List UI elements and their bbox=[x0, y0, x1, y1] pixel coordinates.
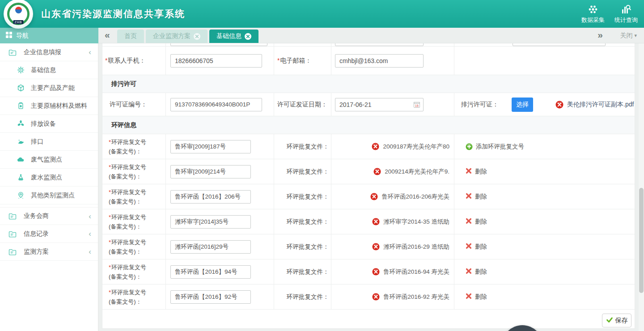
close-menu-button[interactable]: 关闭 ▾ bbox=[620, 28, 637, 43]
stats-query-button[interactable]: 统计查询 bbox=[614, 4, 638, 24]
eia-file-link[interactable]: 潍环审字2014-35 造纸助 bbox=[383, 218, 449, 226]
eia-rows-container: *环评批复文号 (备案文号)： 环评批复文件： 2009187寿光美伦年产80 bbox=[102, 134, 635, 310]
email-input[interactable] bbox=[335, 54, 424, 68]
folder-icon bbox=[8, 212, 17, 221]
sidebar-item-business-consult-group[interactable]: 业务会商 ‹ bbox=[0, 207, 98, 225]
cube-icon bbox=[17, 84, 25, 92]
sidebar-item-waste-water-points[interactable]: 废水监测点 bbox=[0, 169, 98, 187]
sidebar-item-label: 废水监测点 bbox=[31, 174, 62, 182]
eia-file-link[interactable]: 鲁环评函2016-206寿光美 bbox=[381, 193, 449, 201]
check-icon bbox=[606, 316, 613, 325]
remove-file-icon[interactable] bbox=[555, 101, 564, 109]
tab-home[interactable]: 首页 bbox=[117, 30, 144, 43]
license-no-input[interactable] bbox=[170, 98, 262, 111]
remove-file-icon[interactable] bbox=[372, 243, 380, 250]
sidebar-item-other-monitor-points[interactable]: 其他类别监测点 bbox=[0, 187, 98, 204]
calendar-icon[interactable]: 15 bbox=[413, 101, 420, 108]
sidebar-item-label: 主要产品及产能 bbox=[31, 84, 75, 92]
cross-icon bbox=[466, 243, 472, 250]
cutoff-input-2[interactable] bbox=[335, 43, 424, 46]
remove-file-icon[interactable] bbox=[372, 143, 379, 150]
eia-doc-no-input[interactable] bbox=[170, 165, 251, 178]
sidebar-item-outlets[interactable]: 排口 bbox=[0, 133, 98, 151]
scrollbar-thumb[interactable] bbox=[639, 188, 644, 293]
eia-file-link[interactable]: 2009187寿光美伦年产80 bbox=[383, 143, 449, 151]
scroll-tabs-left-button[interactable]: « bbox=[105, 28, 110, 43]
sidebar-item-label: 主要原辅材料及燃料 bbox=[31, 102, 87, 110]
sidebar-item-info-records-group[interactable]: 信息记录 ‹ bbox=[0, 225, 98, 243]
tab-basic-info[interactable]: 基础信息 bbox=[209, 30, 258, 43]
form-footer: 保存 bbox=[102, 310, 635, 329]
sidebar-item-products-capacity[interactable]: 主要产品及产能 bbox=[0, 79, 98, 97]
delete-eia-row-button[interactable]: 删除 bbox=[466, 268, 487, 276]
permit-file-link[interactable]: 美伦排污许可证副本.pdf bbox=[567, 101, 634, 109]
cross-icon bbox=[466, 218, 472, 225]
delete-eia-row-button[interactable]: 删除 bbox=[466, 218, 487, 226]
delete-label: 删除 bbox=[475, 243, 487, 251]
email-label: *电子邮箱： bbox=[274, 57, 311, 65]
sidebar-item-enterprise-info-group[interactable]: 企业信息填报 ‹ bbox=[0, 43, 98, 61]
eia-file-link[interactable]: 鲁环评函2016-94 寿光美 bbox=[383, 268, 449, 276]
gear-icon bbox=[17, 66, 25, 74]
sidebar-item-label: 监测方案 bbox=[24, 248, 49, 256]
eia-doc-no-input[interactable] bbox=[170, 290, 251, 304]
eia-doc-no-input[interactable] bbox=[170, 140, 251, 153]
phone-label: *联系人手机： bbox=[102, 57, 145, 65]
remove-file-icon[interactable] bbox=[370, 193, 378, 200]
close-tab-icon[interactable] bbox=[194, 33, 200, 40]
delete-eia-row-button[interactable]: 删除 bbox=[466, 243, 487, 251]
delete-eia-row-button[interactable]: 删除 bbox=[466, 293, 487, 301]
sidebar-item-waste-gas-points[interactable]: 废气监测点 bbox=[0, 151, 98, 169]
remove-file-icon[interactable] bbox=[372, 268, 380, 276]
sidebar: 企业信息填报 ‹ 基础信息 主要产品及产能 bbox=[0, 43, 98, 331]
sidebar-item-monitor-plan-group[interactable]: 监测方案 ‹ bbox=[0, 243, 98, 261]
cutoff-input-3[interactable] bbox=[513, 43, 606, 46]
save-button[interactable]: 保存 bbox=[602, 314, 631, 327]
eia-doc-no-input[interactable] bbox=[170, 240, 251, 254]
sidebar-header[interactable]: 导航 bbox=[0, 28, 98, 43]
eia-file-label: 环评批复文件： bbox=[274, 268, 329, 276]
eia-row: *环评批复文号 (备案文号)： 环评批复文件： 鲁环评函2016-94 寿光美 bbox=[102, 259, 635, 284]
delete-eia-row-button[interactable]: 删除 bbox=[466, 193, 487, 201]
eia-doc-no-input[interactable] bbox=[170, 190, 251, 204]
eia-row: *环评批复文号 (备案文号)： 环评批复文件： 潍环评函2016-29 造纸助 bbox=[102, 234, 635, 259]
svg-text:15: 15 bbox=[415, 104, 419, 107]
folder-icon bbox=[8, 48, 17, 57]
eia-file-link[interactable]: 鲁环评函2016-92 寿光美 bbox=[383, 293, 449, 301]
sidebar-item-label: 排口 bbox=[31, 138, 43, 146]
remove-file-icon[interactable] bbox=[372, 218, 380, 225]
fuel-canister-icon bbox=[17, 102, 25, 110]
eia-file-label: 环评批复文件： bbox=[274, 168, 329, 176]
delete-eia-row-button[interactable]: 删除 bbox=[466, 168, 487, 176]
vertical-scrollbar[interactable] bbox=[639, 43, 644, 331]
cross-icon bbox=[466, 268, 472, 276]
delete-label: 删除 bbox=[475, 193, 487, 201]
sidebar-item-basic-info[interactable]: 基础信息 bbox=[0, 61, 98, 79]
eia-doc-no-input[interactable] bbox=[170, 265, 251, 279]
eia-doc-no-input[interactable] bbox=[170, 215, 251, 229]
data-collection-button[interactable]: 数据采集 bbox=[581, 4, 605, 24]
remove-file-icon[interactable] bbox=[373, 168, 381, 175]
basic-info-form: *联系人手机： *电子邮箱： 排污许可 许可证编号： bbox=[102, 43, 635, 329]
cutoff-input-1[interactable] bbox=[170, 43, 267, 46]
phone-input[interactable] bbox=[170, 54, 262, 68]
remove-file-icon[interactable] bbox=[372, 293, 380, 301]
issue-date-input[interactable] bbox=[335, 98, 424, 111]
cross-icon bbox=[466, 193, 472, 200]
sidebar-item-emission-equipment[interactable]: 排放设备 bbox=[0, 115, 98, 133]
permit-section-title: 排污许可 bbox=[111, 80, 136, 88]
eia-row: *环评批复文号 (备案文号)： 环评批复文件： 2009187寿光美伦年产80 bbox=[102, 134, 635, 159]
eia-file-link[interactable]: 2009214寿光美伦年产9. bbox=[385, 168, 449, 176]
sidebar-item-raw-materials-fuel[interactable]: 主要原辅材料及燃料 bbox=[0, 97, 98, 115]
choose-file-button[interactable]: 选择 bbox=[512, 98, 533, 112]
eia-doc-label: *环评批复文号 (备案文号)： bbox=[102, 288, 146, 306]
eia-doc-label: *环评批复文号 (备案文号)： bbox=[102, 187, 146, 206]
scroll-tabs-right-button[interactable]: » bbox=[597, 28, 603, 43]
add-eia-doc-button[interactable]: 添加环评批复文号 bbox=[466, 143, 524, 151]
close-tab-icon[interactable] bbox=[245, 33, 251, 40]
tab-enterprise-monitor-plan[interactable]: 企业监测方案 bbox=[146, 30, 208, 43]
issue-date-label: 许可证发证日期： bbox=[274, 101, 327, 109]
header-actions: 数据采集 统计查询 bbox=[581, 4, 638, 24]
sidebar-item-label: 其他类别监测点 bbox=[31, 191, 75, 199]
eia-file-link[interactable]: 潍环评函2016-29 造纸助 bbox=[383, 243, 449, 251]
